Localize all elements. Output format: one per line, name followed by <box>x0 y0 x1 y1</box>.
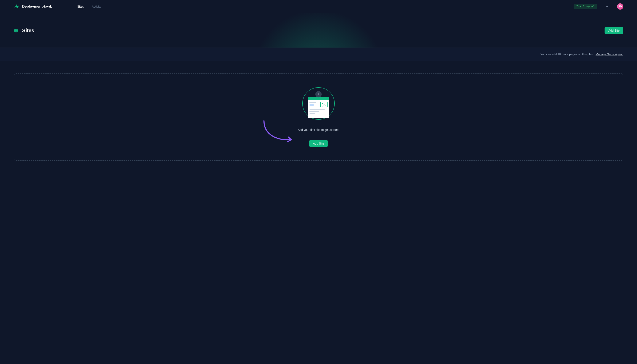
plan-bar: You can add 10 more pages on this plan. … <box>0 48 637 61</box>
page-title-wrap: Sites <box>14 28 34 34</box>
add-site-button[interactable]: Add Site <box>604 27 623 34</box>
image-placeholder-icon <box>320 102 328 107</box>
logo-icon <box>14 3 20 10</box>
nav-right: Trial: 6 days left JD <box>574 3 623 10</box>
top-nav: DeploymentHawk Sites Activity Trial: 6 d… <box>0 0 637 13</box>
page-graphic-icon <box>308 97 329 118</box>
empty-state-card: + <box>14 74 623 161</box>
brand[interactable]: DeploymentHawk <box>14 3 52 10</box>
globe-icon <box>14 28 18 33</box>
trial-badge[interactable]: Trial: 6 days left <box>574 4 597 9</box>
nav-links: Sites Activity <box>77 5 101 8</box>
plus-icon: + <box>315 91 322 98</box>
avatar[interactable]: JD <box>617 3 623 10</box>
brand-name: DeploymentHawk <box>22 4 52 9</box>
empty-state-add-site-button[interactable]: Add Site <box>309 140 328 147</box>
content: + <box>0 61 637 173</box>
manage-subscription-link[interactable]: Manage Subscription <box>595 52 623 56</box>
page-title: Sites <box>22 28 34 34</box>
nav-link-sites[interactable]: Sites <box>77 5 84 8</box>
arrow-icon <box>262 120 296 145</box>
empty-state-illustration: + <box>302 87 335 120</box>
page-header: Sites Add Site <box>0 13 637 48</box>
nav-link-activity[interactable]: Activity <box>92 5 101 8</box>
empty-state-message: Add your first site to get started. <box>298 128 339 132</box>
chevron-down-icon[interactable] <box>606 5 608 8</box>
avatar-initials: JD <box>618 5 622 8</box>
plan-message: You can add 10 more pages on this plan. <box>540 52 594 56</box>
empty-state-cta-wrap: Add your first site to get started. Add … <box>298 128 339 147</box>
